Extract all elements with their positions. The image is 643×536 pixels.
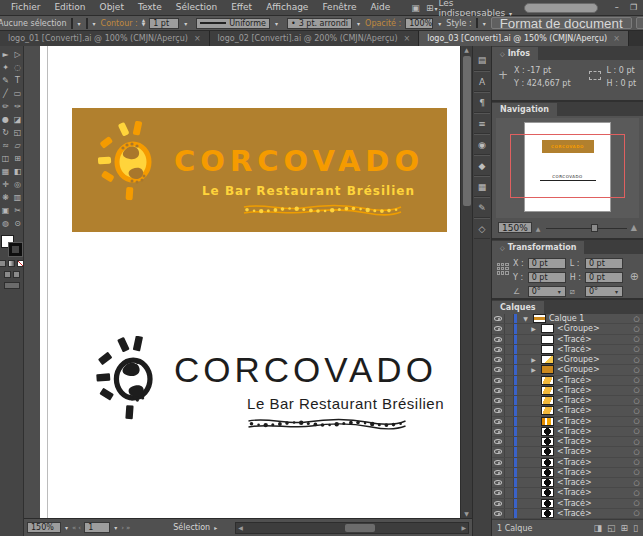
zoom-slider-thumb[interactable] [591,224,598,232]
target-icon[interactable]: ○ [630,315,643,323]
layer-row[interactable]: <Tracé>○ [492,335,643,345]
target-icon[interactable]: ○ [630,509,643,517]
status-mode-label[interactable]: Sélection [173,523,210,532]
eye-icon[interactable] [494,429,502,434]
chevron-down-icon[interactable]: ▾ [77,20,82,27]
layer-row[interactable]: <Tracé>○ [492,458,643,468]
lock-cell[interactable] [505,447,514,456]
eye-icon[interactable] [494,357,502,362]
target-icon[interactable]: ○ [630,397,643,405]
target-icon[interactable]: ○ [630,427,643,435]
menu-edition[interactable]: Edition [47,0,92,15]
paragraph-panel-icon[interactable]: ¶ [474,92,490,113]
brushes-panel-icon[interactable]: ✎ [474,197,490,218]
tab-infos[interactable]: ◇Infos [492,47,538,60]
transform-w-field[interactable]: 0 pt [585,258,623,269]
target-icon[interactable]: ○ [630,499,643,507]
new-sublayer-button[interactable]: ◱ [607,523,616,533]
visibility-cell[interactable] [492,355,505,364]
target-icon[interactable]: ○ [630,448,643,456]
eye-icon[interactable] [494,408,502,413]
rectangle-tool[interactable]: ▭ [12,87,24,100]
tab-transformation[interactable]: ◇Transformation [492,241,584,254]
draw-normal-button[interactable] [4,271,11,278]
chevron-down-icon[interactable]: ▾ [113,524,118,531]
layer-row-content[interactable]: <Tracé> [519,468,630,477]
visibility-cell[interactable] [492,468,505,477]
scale-tool[interactable]: ◱ [12,126,24,139]
chevron-down-icon[interactable]: ▾ [274,20,279,27]
target-icon[interactable]: ○ [630,335,643,343]
scroll-left-icon[interactable]: ◀ [238,525,243,531]
workspace-switcher[interactable]: Les indispensables ▾ [438,0,516,18]
first-artboard-button[interactable]: « [72,524,76,532]
symbols-panel-icon[interactable]: ◇ [474,218,490,239]
stroke-width-field[interactable]: 1 pt [149,18,179,29]
zoom-tool[interactable]: ⊙ [12,217,24,230]
restore-button[interactable]: ❐ [626,2,641,14]
fill-swatch[interactable] [71,18,73,29]
vertical-scroll-thumb[interactable] [463,56,471,206]
eye-icon[interactable] [494,501,502,506]
eye-icon[interactable] [494,326,502,331]
layer-row[interactable]: <Tracé>○ [492,478,643,488]
screen-mode-button[interactable] [4,282,20,289]
status-mode-chevron-icon[interactable]: ▸ [213,524,218,531]
layer-row[interactable]: <Tracé>○ [492,447,643,457]
minimize-button[interactable]: – [609,2,624,14]
layer-row[interactable]: ▶<Groupe>○ [492,324,643,334]
layer-row[interactable]: <Tracé>○ [492,427,643,437]
eye-icon[interactable] [494,490,502,495]
menu-texte[interactable]: Texte [131,0,169,15]
target-icon[interactable]: ○ [630,479,643,487]
target-icon[interactable]: ○ [630,407,643,415]
layer-row-content[interactable]: <Tracé> [519,509,630,518]
stroke-color-swatch[interactable] [9,243,22,256]
shape-builder-tool[interactable]: ◫ [0,152,12,165]
free-transform-tool[interactable]: ▱ [12,139,24,152]
lock-cell[interactable] [505,386,514,395]
hand-tool[interactable]: ◍ [0,217,12,230]
eye-icon[interactable] [494,449,502,454]
layer-row-content[interactable]: ▶<Groupe> [519,355,630,364]
layer-row[interactable]: <Tracé>○ [492,345,643,355]
visibility-cell[interactable] [492,314,505,323]
target-icon[interactable]: ○ [630,356,643,364]
tab-close-icon[interactable]: × [613,34,620,43]
visibility-cell[interactable] [492,427,505,436]
zoom-out-mountain-icon[interactable]: ▲ [536,225,541,232]
none-button[interactable] [17,260,24,267]
mesh-tool[interactable]: ▦ [0,165,12,178]
visibility-cell[interactable] [492,499,505,508]
width-tool[interactable]: ≈ [0,139,12,152]
layer-row[interactable]: <Tracé>○ [492,376,643,386]
horizontal-scroll-thumb[interactable] [345,524,375,532]
eye-icon[interactable] [494,419,502,424]
lock-cell[interactable] [505,468,514,477]
blend-tool[interactable]: ◎ [12,178,24,191]
shear-field[interactable]: 0°▾ [585,286,623,297]
rotate-field[interactable]: 0°▾ [528,286,566,297]
lock-cell[interactable] [505,335,514,344]
navigation-preview[interactable]: CORCOVADO CORCOVADO [496,118,639,218]
transform-y-field[interactable]: 0 pt [528,272,566,283]
lock-cell[interactable] [505,509,514,518]
document-tab-3[interactable]: logo_03 [Converti].ai @ 150% (CMJN/Aperç… [419,31,629,46]
visibility-cell[interactable] [492,335,505,344]
lock-cell[interactable] [505,437,514,446]
stroke-panel-icon[interactable]: ≡ [474,113,490,134]
layer-row-content[interactable]: <Tracé> [519,376,630,385]
chevron-down-icon[interactable]: ▾ [356,20,361,27]
scroll-down-icon[interactable]: ▼ [464,511,469,517]
menu-fene-tre[interactable]: Fenêtre [315,0,363,15]
scroll-up-icon[interactable]: ▲ [464,47,469,53]
stroke-swatch[interactable] [86,18,88,29]
transform-h-field[interactable]: 0 pt [585,272,623,283]
lock-cell[interactable] [505,417,514,426]
layer-row[interactable]: <Tracé>○ [492,396,643,406]
eye-icon[interactable] [494,460,502,465]
chevron-down-icon[interactable]: ▾ [482,20,487,27]
visibility-cell[interactable] [492,406,505,415]
direct-selection-tool[interactable]: ▷ [12,48,24,61]
target-icon[interactable]: ○ [630,458,643,466]
